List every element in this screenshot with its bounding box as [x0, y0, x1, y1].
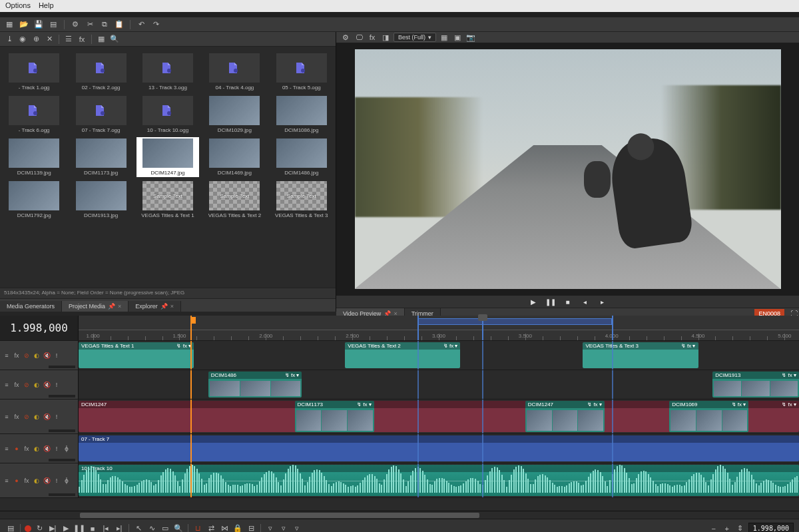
arm-record-icon[interactable]: ● — [13, 477, 21, 485]
timeline-clip[interactable]: DCIM1913 ↯ fx ▾ — [712, 372, 799, 398]
redo-icon[interactable]: ↷ — [150, 19, 161, 30]
timeline-clip[interactable]: VEGAS Titles & Text 3 ↯ fx ▾ — [583, 342, 698, 368]
timeline-ruler[interactable]: 1.0001.5002.0002.5003.0003.5004.0004.500… — [79, 316, 799, 340]
playhead[interactable] — [612, 316, 613, 340]
playhead[interactable] — [417, 316, 419, 340]
timeline-clip[interactable]: DCIM1069 ↯ fx ▾ — [669, 401, 748, 432]
selection-edit-icon[interactable]: ▭ — [160, 523, 170, 533]
bypass-fx-icon[interactable]: ⊘ — [23, 352, 31, 360]
pause-icon[interactable]: ❚❚ — [74, 523, 85, 533]
play-icon[interactable]: ▶ — [61, 523, 71, 533]
track-menu-icon[interactable]: ≡ — [3, 352, 11, 360]
paste-icon[interactable]: 📋 — [114, 19, 125, 30]
media-item[interactable]: Sample TextVEGAS Titles & Text 3 — [270, 180, 333, 220]
track-content-4[interactable]: 07 - Track 7 — [79, 434, 799, 463]
track-header-3[interactable]: ≡ fx ⊘ ◐ 🔇 ! — [0, 399, 79, 433]
media-fx-icon[interactable]: fx — [77, 34, 87, 45]
solo-icon[interactable]: ! — [53, 445, 61, 453]
phase-icon[interactable]: ɸ — [63, 445, 71, 453]
close-icon[interactable]: × — [170, 303, 174, 310]
track-fx-icon[interactable]: fx — [23, 477, 31, 485]
phase-icon[interactable]: ɸ — [63, 477, 71, 485]
views-icon[interactable]: ▦ — [96, 34, 107, 45]
zoom-in-h-icon[interactable]: + — [722, 523, 732, 533]
loop-region[interactable] — [417, 318, 612, 325]
auto-ripple-icon[interactable]: ⇄ — [206, 523, 216, 533]
preview-settings-icon[interactable]: ⚙ — [340, 32, 351, 43]
track-menu-icon[interactable]: ≡ — [3, 477, 11, 485]
bypass-fx-icon[interactable]: ⊘ — [23, 413, 31, 421]
tab-pin-icon[interactable]: 📌 — [108, 303, 115, 310]
render-icon[interactable]: ▤ — [48, 19, 59, 30]
automation-icon[interactable]: ◐ — [33, 352, 41, 360]
snapshot-icon[interactable]: 📷 — [465, 32, 476, 43]
bypass-fx-icon[interactable]: ⊘ — [23, 381, 31, 389]
tab-pin-icon[interactable]: 📌 — [160, 303, 168, 310]
search-icon[interactable]: 🔍 — [109, 34, 120, 45]
media-item[interactable]: DCIM1469.jpg — [203, 137, 266, 177]
record-button[interactable] — [25, 525, 31, 532]
track-menu-icon[interactable]: ≡ — [3, 381, 11, 389]
automation-icon[interactable]: ◐ — [33, 413, 41, 421]
video-fx-icon[interactable]: fx — [367, 32, 378, 43]
media-grid[interactable]: - Track 1.ogg02 - Track 2.ogg13 - Track … — [0, 47, 336, 288]
media-item[interactable]: 04 - Track 4.ogg — [203, 52, 266, 92]
track-content-3[interactable]: DCIM1247 ↯ fx ▾DCIM1173 ↯ fx ▾DCIM1247 ↯… — [79, 399, 799, 433]
play-start-icon[interactable]: ▶| — [47, 523, 58, 533]
save-icon[interactable]: 💾 — [33, 19, 44, 30]
new-project-icon[interactable]: ▦ — [4, 19, 15, 30]
preview-viewport[interactable] — [336, 43, 799, 296]
media-item[interactable]: Sample TextVEGAS Titles & Text 2 — [203, 180, 266, 220]
tab-project-media[interactable]: Project Media 📌 × — [62, 301, 129, 312]
timecode-display[interactable]: 1.998,000 — [0, 316, 79, 340]
marker-tool-3-icon[interactable]: ▿ — [292, 523, 302, 533]
media-item[interactable]: 07 - Track 7.ogg — [69, 95, 132, 134]
timeline-clip[interactable]: VEGAS Titles & Text 1 ↯ fx ▾ — [79, 342, 194, 368]
track-content-1[interactable]: VEGAS Titles & Text 1 ↯ fx ▾VEGAS Titles… — [79, 341, 799, 370]
menu-options[interactable]: Options — [5, 1, 31, 11]
media-item[interactable]: DCIM1913.jpg — [69, 180, 132, 220]
snap-icon[interactable]: ⊔ — [192, 523, 203, 533]
track-header-2[interactable]: ≡ fx ⊘ ◐ 🔇 ! — [0, 370, 79, 399]
close-icon[interactable]: × — [118, 303, 121, 310]
empty-track-area[interactable] — [0, 498, 799, 511]
track-menu-icon[interactable]: ≡ — [3, 445, 11, 453]
menu-help[interactable]: Help — [39, 1, 54, 11]
audio-clip[interactable]: 10 - Track 10 — [79, 465, 799, 496]
zoom-edit-icon[interactable]: 🔍 — [173, 523, 184, 533]
media-item[interactable]: 05 - Track 5.ogg — [270, 52, 333, 92]
get-media-icon[interactable]: ⊕ — [31, 34, 41, 45]
media-item[interactable]: DCIM1792.jpg — [3, 180, 65, 220]
marker-tool-2-icon[interactable]: ▿ — [278, 523, 289, 533]
track-menu-icon[interactable]: ≡ — [3, 413, 11, 421]
automation-icon[interactable]: ◐ — [33, 381, 41, 389]
timeline-scrollbar[interactable] — [0, 511, 799, 519]
solo-icon[interactable]: ! — [53, 477, 61, 485]
track-header-4[interactable]: ≡ ● fx ◐ 🔇 ! ɸ — [0, 434, 79, 463]
copy-icon[interactable]: ⧉ — [99, 19, 110, 30]
cursor-timecode[interactable]: 1.998,000 — [748, 523, 794, 532]
import-icon[interactable]: ⤓ — [4, 34, 15, 45]
remove-icon[interactable]: ✕ — [44, 34, 55, 45]
envelope-edit-icon[interactable]: ∿ — [146, 523, 157, 533]
media-item[interactable]: DCIM1086.jpg — [270, 95, 333, 134]
auto-crossfade-icon[interactable]: ⋈ — [219, 523, 230, 533]
timeline-settings-icon[interactable]: ▤ — [5, 523, 16, 533]
mute-icon[interactable]: 🔇 — [43, 352, 51, 360]
step-back-button[interactable]: ◂ — [579, 296, 591, 308]
timeline-clip[interactable]: DCIM1173 ↯ fx ▾ — [295, 401, 374, 432]
open-icon[interactable]: 📂 — [19, 19, 29, 30]
mute-icon[interactable]: 🔇 — [43, 381, 51, 389]
properties-icon[interactable]: ⚙ — [70, 19, 81, 30]
ignore-grouping-icon[interactable]: ⊟ — [246, 523, 256, 533]
track-content-2[interactable]: DCIM1486 ↯ fx ▾DCIM1913 ↯ fx ▾ — [79, 370, 799, 399]
timeline-clip[interactable]: DCIM1486 ↯ fx ▾ — [208, 372, 302, 398]
audio-clip[interactable]: 07 - Track 7 — [79, 435, 799, 461]
media-item[interactable]: 10 - Track 10.ogg — [136, 95, 199, 134]
capture-icon[interactable]: ◉ — [17, 34, 28, 45]
zoom-out-h-icon[interactable]: − — [708, 523, 719, 533]
solo-icon[interactable]: ! — [53, 413, 61, 421]
tab-explorer[interactable]: Explorer 📌 × — [129, 301, 181, 312]
external-monitor-icon[interactable]: 🖵 — [354, 32, 364, 43]
cut-icon[interactable]: ✂ — [85, 19, 95, 30]
